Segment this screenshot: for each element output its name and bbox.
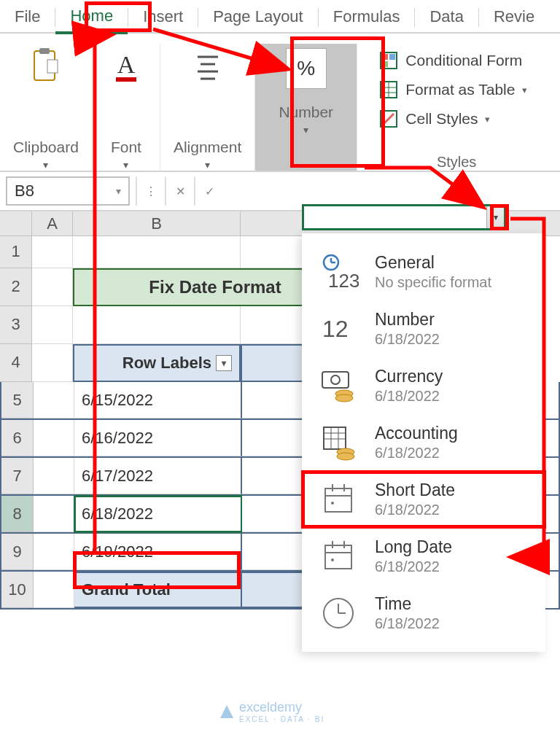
- pivot-header-label: Row Labels: [122, 354, 211, 373]
- format-as-table-button[interactable]: Format as Table ▾: [379, 80, 527, 99]
- chevron-down-icon: ▾: [303, 124, 308, 136]
- group-clipboard[interactable]: Clipboard ▾: [0, 44, 93, 171]
- row-header[interactable]: 3: [0, 306, 32, 344]
- table-icon: [379, 80, 398, 99]
- tab-data[interactable]: Data: [415, 3, 478, 32]
- format-as-table-label: Format as Table: [405, 81, 515, 98]
- chevron-down-icon[interactable]: ▾: [116, 185, 121, 197]
- format-option-title: Time: [375, 594, 440, 614]
- tab-formulas[interactable]: Formulas: [319, 3, 415, 32]
- conditional-formatting-button[interactable]: Conditional Form: [379, 51, 527, 70]
- format-option-short-date[interactable]: Short Date6/18/2022: [302, 471, 545, 528]
- row-header[interactable]: 1: [0, 236, 32, 268]
- tab-insert[interactable]: Insert: [128, 3, 198, 32]
- percent-icon: %: [286, 48, 327, 89]
- format-option-time[interactable]: Time6/18/2022: [302, 585, 545, 642]
- pivot-header-row-labels[interactable]: Row Labels ▾: [73, 344, 241, 382]
- format-option-title: Short Date: [375, 480, 455, 500]
- svg-rect-10: [382, 54, 388, 60]
- row-header[interactable]: 2: [0, 268, 32, 306]
- row-header[interactable]: 5: [1, 382, 34, 418]
- group-alignment[interactable]: Alignment ▾: [160, 44, 255, 171]
- chevron-down-icon: ▾: [522, 85, 527, 96]
- svg-rect-33: [325, 488, 351, 512]
- accounting-format-icon: [318, 423, 359, 462]
- font-label: Font: [111, 139, 141, 156]
- number-format-dropdown-button[interactable]: ▾: [486, 206, 504, 228]
- cell[interactable]: [34, 534, 74, 570]
- svg-rect-1: [39, 48, 50, 54]
- pivot-grand-total-label[interactable]: Grand Total: [74, 572, 242, 608]
- tab-review[interactable]: Revie: [479, 3, 549, 32]
- row-header[interactable]: 10: [1, 572, 34, 608]
- cell-styles-icon: [379, 109, 398, 128]
- format-option-title: Accounting: [375, 424, 458, 443]
- row-header[interactable]: 4: [0, 344, 32, 382]
- styles-group-label: Styles: [366, 149, 547, 171]
- row-header[interactable]: 8: [1, 496, 34, 532]
- format-option-subtitle: 6/18/2022: [375, 502, 455, 518]
- pivot-row-label[interactable]: 6/15/2022: [74, 382, 242, 418]
- format-option-general[interactable]: 123 GeneralNo specific format: [302, 244, 545, 300]
- cell[interactable]: [34, 420, 74, 456]
- cell[interactable]: [32, 236, 73, 268]
- pivot-row-label[interactable]: 6/17/2022: [74, 458, 242, 494]
- alignment-icon: [187, 44, 228, 87]
- name-box-value: B8: [15, 182, 34, 200]
- cancel-icon[interactable]: ✕: [165, 176, 194, 206]
- long-date-format-icon: [318, 537, 359, 576]
- row-header[interactable]: 7: [1, 458, 34, 494]
- svg-point-23: [331, 375, 340, 384]
- tab-home[interactable]: Home: [55, 2, 128, 34]
- cell[interactable]: [73, 236, 241, 268]
- cell[interactable]: [32, 268, 73, 306]
- name-box[interactable]: B8 ▾: [6, 176, 130, 206]
- row-header[interactable]: 6: [1, 420, 34, 456]
- svg-rect-11: [389, 54, 395, 60]
- group-font[interactable]: A Font ▾: [93, 44, 160, 171]
- tab-page-layout[interactable]: Page Layout: [198, 3, 318, 32]
- svg-rect-4: [116, 77, 136, 82]
- row-header[interactable]: 9: [1, 534, 34, 570]
- cell[interactable]: [34, 572, 74, 608]
- format-option-accounting[interactable]: Accounting6/18/2022: [302, 414, 545, 471]
- group-number[interactable]: % Number ▾: [255, 44, 357, 171]
- format-option-long-date[interactable]: Long Date6/18/2022: [302, 528, 545, 585]
- column-header-A[interactable]: A: [32, 211, 73, 235]
- active-cell-B8[interactable]: 6/18/2022: [74, 496, 242, 532]
- format-option-currency[interactable]: Currency6/18/2022: [302, 357, 545, 414]
- format-option-number[interactable]: 12 Number6/18/2022: [302, 300, 545, 357]
- font-icon: A: [106, 44, 147, 87]
- conditional-formatting-icon: [379, 51, 398, 70]
- time-format-icon: [318, 593, 359, 633]
- cell[interactable]: [32, 306, 73, 344]
- cell[interactable]: [34, 458, 74, 494]
- cell[interactable]: [32, 344, 73, 382]
- tab-file[interactable]: File: [0, 3, 55, 32]
- number-format-input[interactable]: ▾: [302, 204, 506, 230]
- pivot-row-label[interactable]: 6/19/2022: [74, 534, 242, 570]
- column-header-B[interactable]: B: [73, 211, 241, 235]
- cell[interactable]: [73, 306, 241, 344]
- clipboard-label: Clipboard: [13, 139, 79, 156]
- cell[interactable]: [34, 382, 74, 418]
- svg-rect-2: [47, 60, 58, 73]
- cell-styles-button[interactable]: Cell Styles ▾: [379, 109, 527, 128]
- watermark-tagline: EXCEL · DATA · BI: [239, 715, 324, 723]
- watermark: exceldemy EXCEL · DATA · BI: [219, 700, 324, 723]
- select-all-corner[interactable]: [0, 211, 32, 235]
- short-date-format-icon: [318, 480, 359, 519]
- cell-styles-label: Cell Styles: [405, 110, 478, 128]
- cell[interactable]: [34, 496, 74, 532]
- svg-point-37: [331, 502, 334, 505]
- formula-bar-options-icon[interactable]: ⋮: [136, 176, 165, 206]
- format-option-subtitle: 6/18/2022: [375, 331, 440, 348]
- conditional-formatting-label: Conditional Form: [405, 52, 522, 69]
- filter-dropdown-icon[interactable]: ▾: [216, 355, 232, 371]
- ribbon-tabs: File Home Insert Page Layout Formulas Da…: [0, 0, 560, 34]
- svg-rect-38: [325, 545, 351, 569]
- format-option-title: Number: [375, 310, 440, 330]
- pivot-row-label[interactable]: 6/16/2022: [74, 420, 242, 456]
- alignment-label: Alignment: [174, 139, 241, 156]
- enter-icon[interactable]: ✓: [194, 176, 223, 206]
